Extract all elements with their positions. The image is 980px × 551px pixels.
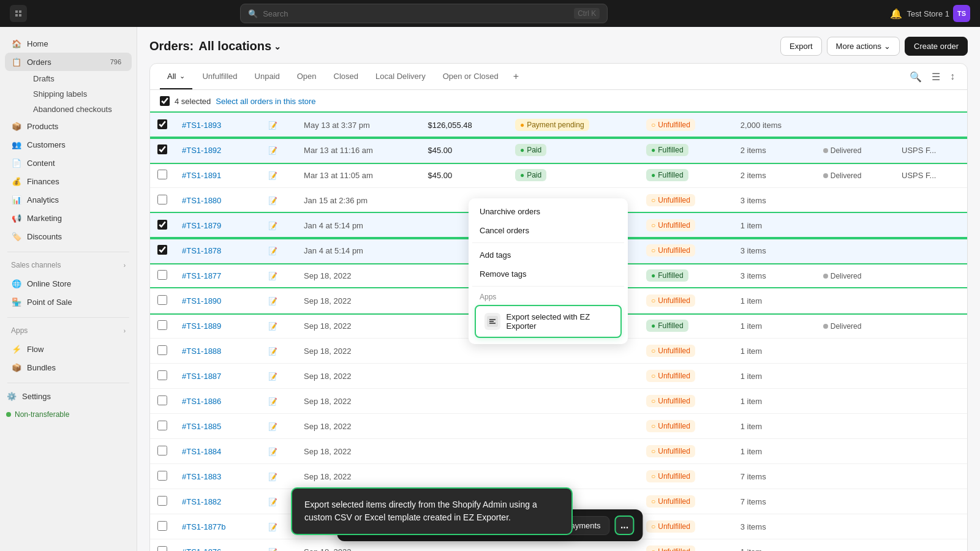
row-checkbox[interactable] [157,421,167,430]
row-checkbox[interactable] [157,320,167,330]
sidebar-item-content[interactable]: 📄 Content [5,154,132,172]
sidebar-item-abandoned-checkouts[interactable]: Abandoned checkouts [27,102,132,117]
row-checkbox[interactable] [157,144,167,154]
tab-open-closed[interactable]: Open or Closed [435,64,506,89]
sidebar-item-customers[interactable]: 👥 Customers [5,135,132,154]
order-number[interactable]: #TS1-1882 [182,497,221,506]
export-button[interactable]: Export [780,37,822,56]
context-menu-unarchive[interactable]: Unarchive orders [472,202,624,221]
row-checkbox[interactable] [157,471,167,481]
filter-button[interactable]: ☰ [929,69,943,85]
order-number[interactable]: #TS1-1877 [182,271,221,280]
table-row[interactable]: #TS1-1891 📝 Mar 13 at 11:05 am $45.00 ●P… [150,163,967,188]
order-number[interactable]: #TS1-1884 [182,447,221,456]
tab-open[interactable]: Open [290,64,324,89]
order-number[interactable]: #TS1-1879 [182,221,221,230]
sidebar-item-flow[interactable]: ⚡ Flow [5,340,132,358]
select-all-link[interactable]: Select all orders in this store [216,97,315,106]
sidebar-item-online-store[interactable]: 🌐 Online Store [5,274,132,293]
more-actions-button[interactable]: More actions ⌄ [827,37,900,56]
order-number[interactable]: #TS1-1891 [182,171,221,180]
ez-export-button[interactable]: Export selected with EZ Exporter [475,305,622,338]
order-number[interactable]: #TS1-1877b [182,522,226,531]
sidebar-item-home[interactable]: 🏠 Home [5,34,132,53]
sort-button[interactable]: ↕ [948,69,957,84]
order-number[interactable]: #TS1-1888 [182,347,221,356]
search-input[interactable] [263,9,569,18]
table-row[interactable]: #TS1-1883 📝 Sep 18, 2022 ○Unfulfilled 7 … [150,464,967,489]
notification-button[interactable]: 🔔 [890,8,902,20]
order-number[interactable]: #TS1-1886 [182,397,221,406]
sidebar-item-marketing[interactable]: 📢 Marketing [5,209,132,227]
note-icon: 📝 [268,171,277,180]
search-bar[interactable]: 🔍 Ctrl K [240,4,608,23]
row-checkbox[interactable] [157,345,167,355]
search-filter-button[interactable]: 🔍 [907,69,924,85]
table-row[interactable]: #TS1-1886 📝 Sep 18, 2022 ○Unfulfilled 1 … [150,389,967,414]
note-icon: 📝 [268,272,277,280]
green-dot-icon [6,412,11,417]
fulfillment-badge: ○Unfulfilled [646,370,695,382]
tab-local-delivery[interactable]: Local Delivery [368,64,433,89]
more-actions-bottom-button[interactable]: ... [615,515,635,535]
row-checkbox[interactable] [157,370,167,380]
sidebar-item-shipping-labels[interactable]: Shipping labels [27,86,132,102]
order-number[interactable]: #TS1-1880 [182,196,221,205]
row-checkbox[interactable] [157,496,167,506]
tab-unfulfilled[interactable]: Unfulfilled [195,64,244,89]
payment-badge: ●Paid [515,169,546,181]
chevron-right-icon: › [124,328,126,334]
row-checkbox[interactable] [157,395,167,405]
row-checkbox[interactable] [157,295,167,305]
order-number[interactable]: #TS1-1876 [182,547,221,552]
tab-all[interactable]: All ⌄ [160,64,192,89]
order-number[interactable]: #TS1-1885 [182,422,221,431]
context-menu-add-tags[interactable]: Add tags [472,246,624,264]
order-number[interactable]: #TS1-1890 [182,296,221,305]
sidebar-item-bundles[interactable]: 📦 Bundles [5,358,132,377]
order-number[interactable]: #TS1-1892 [182,146,221,155]
table-row[interactable]: #TS1-1892 📝 Mar 13 at 11:16 am $45.00 ●P… [150,138,967,163]
tab-closed[interactable]: Closed [326,64,366,89]
selection-info: 4 selected Select all orders in this sto… [175,97,316,106]
row-checkbox[interactable] [157,270,167,280]
sidebar-item-discounts[interactable]: 🏷️ Discounts [5,227,132,246]
row-checkbox[interactable] [157,446,167,455]
order-number[interactable]: #TS1-1887 [182,372,221,381]
sidebar-item-orders[interactable]: 📋 Orders 796 [5,53,132,71]
row-checkbox[interactable] [157,119,167,129]
create-order-button[interactable]: Create order [905,37,968,56]
marketing-icon: 📢 [11,212,22,223]
row-checkbox[interactable] [157,521,167,531]
row-checkbox[interactable] [157,546,167,552]
table-row[interactable]: #TS1-1887 📝 Sep 18, 2022 ○Unfulfilled 1 … [150,364,967,389]
sidebar-item-label: Point of Sale [27,298,72,307]
add-tab-button[interactable]: + [508,64,524,89]
row-checkbox[interactable] [157,220,167,230]
table-row[interactable]: #TS1-1885 📝 Sep 18, 2022 ○Unfulfilled 1 … [150,414,967,439]
order-number[interactable]: #TS1-1878 [182,246,221,255]
sidebar-item-finances[interactable]: 💰 Finances [5,172,132,190]
location-selector[interactable]: All locations ⌄ [198,39,281,53]
row-checkbox[interactable] [157,245,167,255]
main-content: Orders: All locations ⌄ Export More acti… [137,27,980,551]
row-checkbox[interactable] [157,195,167,204]
context-menu-remove-tags[interactable]: Remove tags [472,264,624,283]
sidebar-item-drafts[interactable]: Drafts [27,71,132,86]
note-icon: 📝 [268,473,277,481]
sidebar-item-products[interactable]: 📦 Products [5,117,132,135]
context-menu-cancel[interactable]: Cancel orders [472,221,624,240]
sidebar-item-settings[interactable]: ⚙️ Settings [0,387,137,405]
sidebar-item-analytics[interactable]: 📊 Analytics [5,190,132,209]
table-row[interactable]: #TS1-1893 📝 May 13 at 3:37 pm $126,055.4… [150,113,967,138]
table-row[interactable]: #TS1-1884 📝 Sep 18, 2022 ○Unfulfilled 1 … [150,439,967,464]
row-checkbox[interactable] [157,170,167,179]
select-all-checkbox[interactable] [160,96,170,106]
order-number[interactable]: #TS1-1889 [182,321,221,331]
sidebar-item-label: Online Store [27,279,71,288]
order-number[interactable]: #TS1-1893 [182,121,221,130]
store-selector[interactable]: Test Store 1 TS [907,5,970,22]
sidebar-item-point-of-sale[interactable]: 🏪 Point of Sale [5,293,132,311]
tab-unpaid[interactable]: Unpaid [247,64,287,89]
order-number[interactable]: #TS1-1883 [182,472,221,481]
